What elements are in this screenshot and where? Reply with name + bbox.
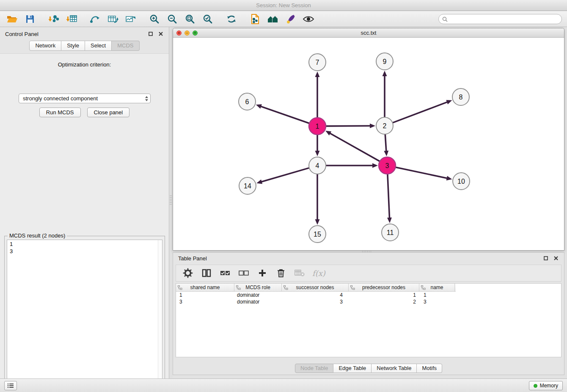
column-header-shared-name[interactable]: shared name xyxy=(176,284,234,291)
delete-table-icon xyxy=(295,269,305,277)
zoom-in-button[interactable] xyxy=(147,13,162,25)
mcds-tab-content: Optimization criterion: strongly connect… xyxy=(0,53,169,378)
table-mode-button[interactable] xyxy=(182,267,194,279)
criterion-select-value: strongly connected component xyxy=(23,95,98,102)
zoom-selected-button[interactable] xyxy=(201,13,215,25)
zoom-out-button[interactable] xyxy=(165,13,179,25)
list-item[interactable]: 3 xyxy=(10,248,162,255)
run-mcds-button[interactable]: Run MCDS xyxy=(39,108,81,117)
svg-text:2: 2 xyxy=(383,122,387,130)
clone-network-table-button[interactable] xyxy=(106,13,120,25)
criterion-select[interactable]: strongly connected component xyxy=(19,94,151,103)
table-panel-tabs: Node Table Edge Table Network Table Moti… xyxy=(173,364,564,373)
tab-network[interactable]: Network xyxy=(29,41,61,51)
column-label: name xyxy=(430,284,443,290)
search-input[interactable] xyxy=(450,16,561,22)
session-group xyxy=(5,13,41,25)
control-panel-title: Control Panel xyxy=(5,31,39,37)
tab-select[interactable]: Select xyxy=(85,41,112,51)
task-list-icon xyxy=(7,383,14,388)
network-from-url-icon xyxy=(90,14,101,24)
unselect-all-columns-button[interactable] xyxy=(238,267,250,279)
minimize-window-button[interactable]: − xyxy=(184,30,190,36)
cell-shared-name: 3 xyxy=(176,298,234,305)
close-panel-button[interactable] xyxy=(158,31,164,37)
column-tree-icon xyxy=(421,285,426,291)
zoom-fit-button[interactable] xyxy=(183,13,197,25)
memory-button[interactable]: Memory xyxy=(529,381,563,390)
import-group xyxy=(47,13,83,25)
column-header-predecessor-nodes[interactable]: predecessor nodes xyxy=(349,284,419,291)
function-builder-icon: f(x) xyxy=(312,269,325,278)
svg-text:14: 14 xyxy=(244,182,251,190)
close-icon xyxy=(554,256,558,260)
import-network-file-icon xyxy=(48,14,59,24)
network-from-url-button[interactable] xyxy=(88,13,102,25)
layout-group xyxy=(224,13,243,25)
document-network-button[interactable] xyxy=(248,13,262,25)
function-builder-button[interactable]: f(x) xyxy=(312,267,325,279)
apply-layout-button[interactable] xyxy=(224,13,239,25)
add-column-icon xyxy=(258,269,267,277)
float-table-panel-button[interactable] xyxy=(543,255,549,261)
column-label: shared name xyxy=(190,284,220,290)
table-row[interactable]: 1 dominator 4 1 1 xyxy=(176,292,561,298)
style-brush-button[interactable] xyxy=(284,13,298,25)
gear-icon xyxy=(183,268,193,278)
float-window-icon xyxy=(544,256,548,260)
control-panel: Control Panel Network Style Select MCDS … xyxy=(0,27,169,378)
close-table-panel-button[interactable] xyxy=(553,255,559,261)
delete-table-button[interactable] xyxy=(294,267,306,279)
home-neighbors-button[interactable] xyxy=(266,13,280,25)
network-canvas[interactable]: 7968124314101511 xyxy=(173,38,564,250)
show-hide-button[interactable] xyxy=(301,13,316,25)
panel-splitter[interactable] xyxy=(169,27,173,378)
close-window-button[interactable]: × xyxy=(176,30,182,36)
trash-icon xyxy=(277,268,285,278)
mcds-result-list: 1 3 xyxy=(7,240,162,392)
svg-text:9: 9 xyxy=(383,58,387,65)
list-item[interactable]: 1 xyxy=(10,240,162,248)
zoom-out-icon xyxy=(167,14,177,24)
clear-checkboxes-icon xyxy=(239,269,249,277)
tab-motifs[interactable]: Motifs xyxy=(417,364,442,373)
svg-text:11: 11 xyxy=(387,229,394,236)
select-all-columns-button[interactable] xyxy=(219,267,231,279)
float-panel-button[interactable] xyxy=(148,31,154,37)
tab-network-table[interactable]: Network Table xyxy=(372,364,417,373)
column-header-mcds-role[interactable]: MCDS role xyxy=(234,284,282,291)
delete-column-button[interactable] xyxy=(275,267,287,279)
save-icon xyxy=(25,14,35,24)
memory-status-icon xyxy=(534,384,537,388)
search-box[interactable] xyxy=(438,14,562,24)
table-panel: Table Panel xyxy=(173,252,564,375)
column-header-successor-nodes[interactable]: successor nodes xyxy=(282,284,349,291)
tab-mcds[interactable]: MCDS xyxy=(112,41,139,51)
cell-name: 3 xyxy=(419,298,455,305)
show-hide-eye-icon xyxy=(303,14,314,24)
tab-edge-table[interactable]: Edge Table xyxy=(333,364,372,373)
show-columns-button[interactable] xyxy=(201,267,212,279)
svg-text:3: 3 xyxy=(385,162,389,169)
table-row[interactable]: 3 dominator 3 2 3 xyxy=(176,298,561,305)
tab-node-table[interactable]: Node Table xyxy=(295,364,334,373)
maximize-window-button[interactable]: + xyxy=(193,30,198,36)
view-group xyxy=(248,13,320,25)
network-graph[interactable]: 7968124314101511 xyxy=(173,38,564,250)
export-image-button[interactable] xyxy=(124,13,138,25)
save-session-button[interactable] xyxy=(23,13,37,25)
open-file-button[interactable] xyxy=(5,13,19,25)
task-history-button[interactable] xyxy=(4,381,17,390)
cell-shared-name: 1 xyxy=(176,292,234,298)
add-column-button[interactable] xyxy=(256,267,268,279)
close-panel-action-button[interactable]: Close panel xyxy=(87,108,130,117)
column-header-name[interactable]: name xyxy=(419,284,455,291)
zoom-group xyxy=(147,13,219,25)
style-brush-icon xyxy=(286,14,296,24)
float-window-icon xyxy=(149,32,153,36)
import-table-file-icon xyxy=(66,14,77,24)
import-table-file-button[interactable] xyxy=(64,13,79,25)
column-label: successor nodes xyxy=(296,284,334,290)
tab-style[interactable]: Style xyxy=(61,41,85,51)
import-network-file-button[interactable] xyxy=(47,13,61,25)
